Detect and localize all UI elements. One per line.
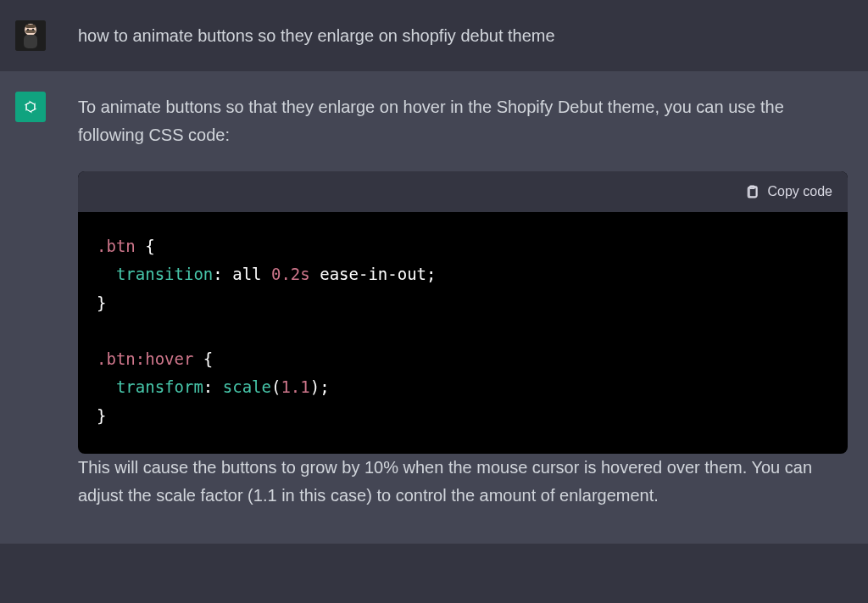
code-token-value: ease-in-out xyxy=(320,265,426,283)
code-token-function: scale xyxy=(223,377,271,396)
user-message-text: how to animate buttons so they enlarge o… xyxy=(78,22,848,50)
code-token-value: all xyxy=(232,265,261,283)
code-token-property: transition xyxy=(116,265,213,283)
assistant-message-content: To animate buttons so that they enlarge … xyxy=(78,92,853,510)
code-token-colon: : xyxy=(213,265,222,283)
user-message-content: how to animate buttons so they enlarge o… xyxy=(78,20,853,50)
code-token-number: 1.1 xyxy=(281,377,309,396)
svg-point-6 xyxy=(32,29,34,31)
svg-rect-2 xyxy=(24,35,37,48)
copy-code-button[interactable]: Copy code xyxy=(744,184,833,199)
code-token-selector: .btn:hover xyxy=(97,349,193,368)
code-token-property: transform xyxy=(116,377,203,396)
assistant-intro-text: To animate buttons so that they enlarge … xyxy=(78,93,848,149)
user-avatar xyxy=(15,20,46,51)
code-token-brace: } xyxy=(97,293,106,312)
code-token-brace: } xyxy=(97,406,106,425)
code-token-paren: ( xyxy=(271,377,281,396)
code-token-semicolon: ; xyxy=(320,377,329,396)
code-token-colon: : xyxy=(203,377,213,396)
code-block-body[interactable]: .btn { transition: all 0.2s ease-in-out;… xyxy=(78,212,848,454)
code-token-semicolon: ; xyxy=(426,265,436,283)
user-avatar-image xyxy=(15,20,46,51)
code-block: Copy code .btn { transition: all 0.2s ea… xyxy=(78,171,848,454)
clipboard-icon xyxy=(744,184,760,199)
code-token-selector: .btn xyxy=(97,237,136,255)
code-token-brace: { xyxy=(145,237,154,255)
code-block-header: Copy code xyxy=(78,171,848,212)
code-token-brace: { xyxy=(203,349,213,368)
code-token-paren: ) xyxy=(310,377,320,396)
svg-rect-4 xyxy=(25,30,36,33)
openai-logo-icon xyxy=(20,97,41,117)
code-token-number: 0.2s xyxy=(271,265,310,283)
svg-point-5 xyxy=(27,29,29,31)
assistant-message-row: To animate buttons so that they enlarge … xyxy=(0,71,868,544)
copy-code-label: Copy code xyxy=(768,184,833,199)
svg-rect-3 xyxy=(25,25,36,28)
assistant-followup-text: This will cause the buttons to grow by 1… xyxy=(78,454,848,510)
user-message-row: how to animate buttons so they enlarge o… xyxy=(0,0,868,71)
assistant-avatar xyxy=(15,92,46,122)
